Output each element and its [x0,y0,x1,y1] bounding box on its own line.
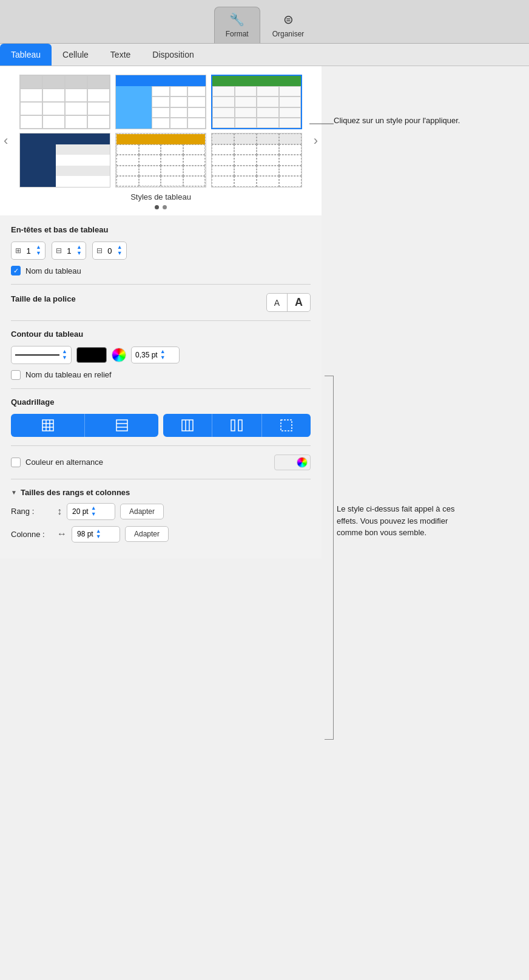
line-style-select[interactable]: ▲ ▼ [11,346,72,364]
col-width-icon: ↔ [57,529,67,539]
style-thumb-4[interactable] [19,133,110,188]
grid-title: Quadrillage [11,397,311,407]
grid-row-lines-btn[interactable] [85,414,158,437]
row-size-input[interactable]: 20 pt ▲ ▼ [67,503,115,520]
tab-tableau[interactable]: Tableau [0,44,52,66]
grid-btn-group-2 [163,414,311,437]
grid-all-rows-icon [41,419,55,432]
grid-no-lines-btn[interactable] [262,414,311,437]
header-rows-down[interactable]: ▼ [36,251,41,257]
table-name-checkbox[interactable] [11,266,21,275]
row-size-arrows[interactable]: ▲ ▼ [91,505,96,518]
col-size-input[interactable]: 98 pt ▲ ▼ [72,526,120,543]
grid-outer-col-btn[interactable] [212,414,261,437]
row-size-row: Rang : ↕ 20 pt ▲ ▼ Adapter [11,503,311,520]
header-cols-down[interactable]: ▼ [76,251,82,257]
format-toolbar-button[interactable]: 🔧 Format [214,7,260,43]
header-rows-icon: ⊞ [15,246,21,255]
footer-rows-stepper[interactable]: ⊟ 0 ▲ ▼ [92,242,127,260]
styles-grid [6,75,315,188]
organiser-toolbar-button[interactable]: ⊜ Organiser [261,7,315,43]
contour-title: Contour du tableau [11,329,311,339]
grid-col-lines-icon [181,419,194,432]
tab-disposition[interactable]: Disposition [141,44,204,66]
contour-color-btn[interactable] [76,347,107,363]
settings-section: En-têtes et bas de tableau ⊞ 1 ▲ ▼ ⊟ 1 [0,215,322,558]
svg-rect-12 [238,420,242,431]
table-name-row: Nom du tableau [11,266,311,275]
styles-row-2 [6,133,315,188]
panel: ‹ › [0,66,322,558]
footer-rows-icon: ⊟ [96,246,103,255]
col-size-value: 98 pt [77,530,93,538]
font-size-controls: A A [266,293,311,312]
footer-rows-down[interactable]: ▼ [117,251,123,257]
format-label: Format [226,30,249,38]
styles-section: ‹ › [0,66,322,215]
font-size-small-btn[interactable]: A [267,294,288,311]
col-size-arrows[interactable]: ▲ ▼ [96,529,101,541]
style-thumb-1[interactable] [19,75,110,129]
contour-width-arrows[interactable]: ▲ ▼ [160,349,166,361]
header-cols-stepper[interactable]: ⊟ 1 ▲ ▼ [52,242,86,260]
contour-color-wheel[interactable] [112,348,126,362]
tab-texte[interactable]: Texte [99,44,141,66]
line-down[interactable]: ▼ [62,355,67,361]
sizes-collapse-icon[interactable]: ▼ [11,489,17,496]
header-cols-icon: ⊟ [56,246,62,255]
grid-col-lines-btn[interactable] [163,414,212,437]
main-wrapper: ‹ › [0,66,529,558]
svg-rect-8 [182,420,193,431]
callout-2-text: Le style ci-dessus fait appel à ces effe… [337,504,454,537]
row-adapt-button[interactable]: Adapter [120,504,164,519]
style-thumb-6[interactable] [211,133,302,188]
styles-nav-left[interactable]: ‹ [1,130,10,151]
line-style-arrows[interactable]: ▲ ▼ [62,349,67,361]
alt-color-row: Couleur en alternance [11,455,311,470]
divider-4 [11,445,311,446]
relief-row: Nom du tableau en relief [11,370,311,380]
line-preview [15,354,59,356]
col-down[interactable]: ▼ [96,534,101,540]
header-rows-arrows[interactable]: ▲ ▼ [36,245,41,257]
divider-1 [11,284,311,285]
header-cols-arrows[interactable]: ▲ ▼ [76,245,82,257]
alt-color-checkbox[interactable] [11,458,21,467]
row-down[interactable]: ▼ [91,512,96,518]
contour-row: ▲ ▼ 0,35 pt ▲ ▼ [11,346,311,364]
font-size-large-btn[interactable]: A [288,294,310,311]
contour-down[interactable]: ▼ [160,355,166,361]
contour-width-value: 0,35 pt [135,351,158,359]
tab-bar: Tableau Cellule Texte Disposition [0,44,529,66]
font-size-title: Taille de la police [11,294,76,303]
alt-color-swatch[interactable] [274,455,311,470]
grid-all-rows-btn[interactable] [11,414,84,437]
svg-rect-0 [42,420,53,431]
style-thumb-2[interactable] [115,75,206,129]
organiser-label: Organiser [272,30,305,38]
alt-color-wheel[interactable] [297,457,308,468]
header-rows-stepper[interactable]: ⊞ 1 ▲ ▼ [11,242,45,260]
callout-2: Le style ci-dessus fait appel à ces effe… [337,503,470,539]
style-thumb-5[interactable] [115,133,206,188]
table-name-label: Nom du tableau [25,266,81,275]
footer-rows-value: 0 [106,246,114,255]
sizes-title: Tailles des rangs et colonnes [21,488,130,497]
font-size-row: Taille de la police A A [11,293,311,312]
styles-row-1 [6,75,315,129]
contour-width-input[interactable]: 0,35 pt ▲ ▼ [131,346,180,363]
footer-rows-arrows[interactable]: ▲ ▼ [117,245,123,257]
dot-2[interactable] [163,205,167,209]
col-adapt-button[interactable]: Adapter [125,526,169,542]
tab-cellule[interactable]: Cellule [52,44,99,66]
grid-row-lines-icon [115,419,129,432]
headers-controls-row: ⊞ 1 ▲ ▼ ⊟ 1 ▲ ▼ [11,242,311,260]
relief-label: Nom du tableau en relief [25,370,112,379]
styles-nav-right[interactable]: › [311,130,320,151]
callout-1-text: Cliquez sur un style pour l'appliquer. [334,116,460,125]
settings-bracket [325,376,334,740]
relief-checkbox[interactable] [11,370,21,380]
dot-1[interactable] [155,205,159,209]
header-cols-value: 1 [65,246,73,255]
style-thumb-3[interactable] [211,75,302,129]
